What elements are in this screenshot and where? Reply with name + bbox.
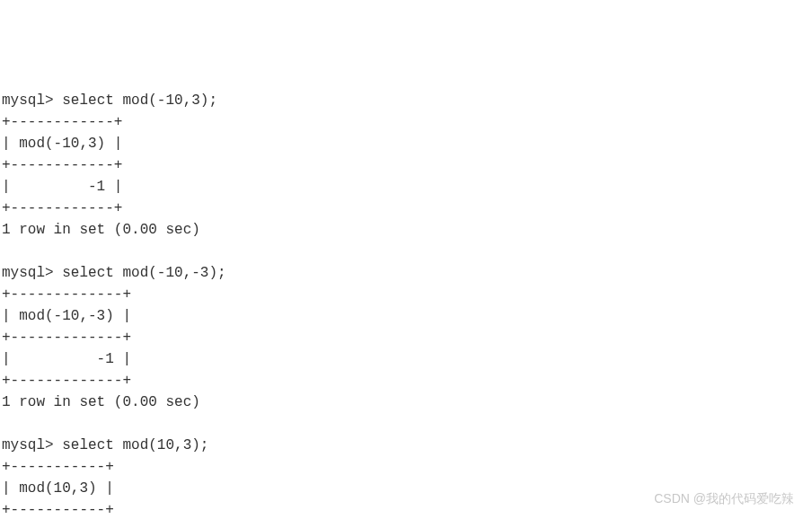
table-border: +------------+	[2, 200, 122, 216]
terminal-output: mysql> select mod(-10,3); +------------+…	[2, 90, 810, 519]
status-line: 1 row in set (0.00 sec)	[2, 222, 200, 238]
sql-command: select mod(-10,-3);	[62, 265, 225, 281]
table-border: +-------------+	[2, 286, 131, 303]
table-border: +-----------+	[2, 459, 114, 475]
table-border: +-------------+	[2, 373, 131, 389]
table-border: +-------------+	[2, 330, 131, 346]
table-header-row: | mod(10,3) |	[2, 480, 114, 497]
table-header-row: | mod(-10,-3) |	[2, 308, 131, 324]
table-value-row: | -1 |	[2, 179, 122, 195]
mysql-prompt: mysql>	[2, 437, 62, 453]
table-border: +-----------+	[2, 502, 114, 518]
table-border: +------------+	[2, 157, 122, 173]
sql-command: select mod(10,3);	[62, 437, 208, 453]
sql-command: select mod(-10,3);	[62, 92, 217, 109]
table-value-row: | -1 |	[2, 351, 131, 367]
table-header-row: | mod(-10,3) |	[2, 136, 122, 152]
table-border: +------------+	[2, 114, 122, 130]
mysql-prompt: mysql>	[2, 265, 62, 281]
mysql-prompt: mysql>	[2, 92, 62, 109]
watermark: CSDN @我的代码爱吃辣	[654, 489, 794, 508]
status-line: 1 row in set (0.00 sec)	[2, 394, 200, 410]
